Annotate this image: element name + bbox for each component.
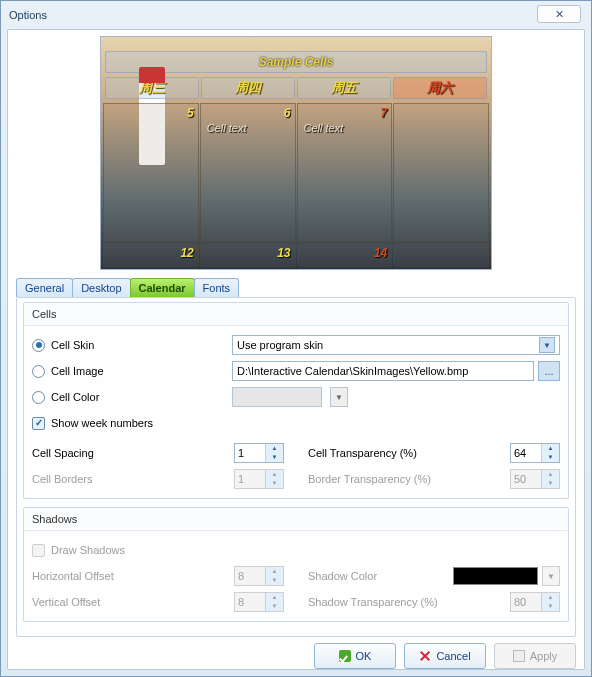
chevron-up-icon: ▲: [266, 593, 283, 602]
chevron-down-icon: ▼: [539, 337, 555, 353]
chevron-up-icon: ▲: [542, 444, 559, 453]
tab-fonts[interactable]: Fonts: [194, 278, 240, 297]
label-border-trans: Border Transparency (%): [308, 473, 431, 485]
input-cell-image[interactable]: [232, 361, 534, 381]
close-button[interactable]: ✕: [537, 5, 581, 23]
tab-general[interactable]: General: [16, 278, 73, 297]
check-icon: [339, 650, 351, 662]
ok-button[interactable]: OK: [314, 643, 396, 669]
label-hoffset: Horizontal Offset: [32, 570, 114, 582]
label-strans: Shadow Transparency (%): [308, 596, 438, 608]
radio-cell-skin[interactable]: [32, 339, 45, 352]
content-area: Sample Cells 周三 周四 周五 周六 5 6Cell text 7C…: [7, 29, 585, 670]
options-window: Options ✕ Sample Cells 周三 周四 周五 周六 5 6Ce…: [0, 0, 592, 677]
spinner-hoffset: ▲▼: [234, 566, 284, 586]
apply-button: Apply: [494, 643, 576, 669]
preview-cell: 7Cell text: [297, 103, 393, 242]
spinner-strans: ▲▼: [510, 592, 560, 612]
row-hoffset: Horizontal Offset ▲▼: [32, 563, 284, 589]
shadow-color-dropdown: ▼: [542, 566, 560, 586]
label-scolor: Shadow Color: [308, 570, 377, 582]
row-cell-color: Cell Color ▼: [32, 384, 560, 410]
chevron-down-icon: ▼: [266, 479, 283, 488]
checkbox-weeknum[interactable]: [32, 417, 45, 430]
preview-grid: 5 6Cell text 7Cell text 7Cell text 12 13…: [103, 103, 489, 267]
spinner-border-trans: ▲▼: [510, 469, 560, 489]
chevron-down-icon: ▼: [542, 602, 559, 611]
spinner-transparency-input[interactable]: [511, 444, 541, 462]
preview-header-cell: 周六: [393, 77, 487, 99]
row-strans: Shadow Transparency (%) ▲▼: [308, 589, 560, 615]
shadows-group-body: Draw Shadows Horizontal Offset ▲▼: [24, 531, 568, 621]
row-draw-shadows: Draw Shadows: [32, 537, 560, 563]
cells-group-body: Cell Skin Use program skin ▼ Cell: [24, 326, 568, 498]
label-borders: Cell Borders: [32, 473, 93, 485]
color-dropdown[interactable]: ▼: [330, 387, 348, 407]
shadows-group-title: Shadows: [24, 508, 568, 531]
spinner-voffset: ▲▼: [234, 592, 284, 612]
radio-cell-image[interactable]: [32, 365, 45, 378]
preview-cell: [393, 243, 489, 267]
shadows-group: Shadows Draw Shadows Horizontal Offset: [23, 507, 569, 622]
row-spacing: Cell Spacing ▲▼: [32, 440, 284, 466]
chevron-up-icon: ▲: [266, 444, 283, 453]
checkbox-draw-shadows: [32, 544, 45, 557]
preview-cell: 12: [103, 243, 199, 267]
tab-desktop[interactable]: Desktop: [72, 278, 130, 297]
preview-cell: [393, 103, 489, 242]
spinner-borders-input: [235, 470, 265, 488]
row-cell-skin: Cell Skin Use program skin ▼: [32, 332, 560, 358]
row-voffset: Vertical Offset ▲▼: [32, 589, 284, 615]
close-icon: ✕: [555, 8, 564, 21]
select-cell-skin[interactable]: Use program skin ▼: [232, 335, 560, 355]
spinner-spacing-input[interactable]: [235, 444, 265, 462]
chevron-down-icon: ▼: [266, 602, 283, 611]
color-swatch-cell[interactable]: [232, 387, 322, 407]
label-voffset: Vertical Offset: [32, 596, 100, 608]
label-weeknum: Show week numbers: [51, 417, 153, 429]
radio-cell-color[interactable]: [32, 391, 45, 404]
spinner-transparency[interactable]: ▲▼: [510, 443, 560, 463]
cells-group-title: Cells: [24, 303, 568, 326]
chevron-up-icon: ▲: [542, 470, 559, 479]
cancel-button[interactable]: Cancel: [404, 643, 486, 669]
label-spacing: Cell Spacing: [32, 447, 94, 459]
cancel-label: Cancel: [436, 650, 470, 662]
chevron-up-icon: ▲: [266, 567, 283, 576]
row-weeknum: Show week numbers: [32, 410, 560, 436]
window-title: Options: [9, 9, 47, 21]
chevron-down-icon: ▼: [542, 479, 559, 488]
browse-button[interactable]: ...: [538, 361, 560, 381]
label-cell-color: Cell Color: [51, 391, 99, 403]
button-row: OK Cancel Apply: [16, 643, 576, 669]
tab-strip: General Desktop Calendar Fonts: [16, 278, 576, 297]
apply-icon: [513, 650, 525, 662]
titlebar: Options ✕: [1, 1, 591, 29]
preview-header-cell: 周三: [105, 77, 199, 99]
chevron-down-icon: ▼: [266, 576, 283, 585]
select-cell-skin-value: Use program skin: [237, 339, 323, 351]
spinner-spacing[interactable]: ▲▼: [234, 443, 284, 463]
preview-panel: Sample Cells 周三 周四 周五 周六 5 6Cell text 7C…: [100, 36, 492, 270]
label-cell-image: Cell Image: [51, 365, 104, 377]
row-transparency: Cell Transparency (%) ▲▼: [308, 440, 560, 466]
label-cell-skin: Cell Skin: [51, 339, 94, 351]
preview-header-row: 周三 周四 周五 周六: [105, 77, 487, 99]
chevron-down-icon: ▼: [542, 453, 559, 462]
chevron-down-icon: ▼: [266, 453, 283, 462]
preview-cell: 14: [297, 243, 393, 267]
tab-calendar[interactable]: Calendar: [130, 278, 195, 297]
spinner-strans-input: [511, 593, 541, 611]
cells-group: Cells Cell Skin Use program skin ▼: [23, 302, 569, 499]
preview-cell: 5: [103, 103, 199, 242]
preview-title-band: Sample Cells: [105, 51, 487, 73]
spinner-border-trans-input: [511, 470, 541, 488]
row-cell-image: Cell Image ...: [32, 358, 560, 384]
ok-label: OK: [356, 650, 372, 662]
label-draw-shadows: Draw Shadows: [51, 544, 125, 556]
preview-title: Sample Cells: [259, 55, 334, 69]
preview-header-cell: 周四: [201, 77, 295, 99]
row-scolor: Shadow Color ▼: [308, 563, 560, 589]
spinner-hoffset-input: [235, 567, 265, 585]
chevron-up-icon: ▲: [542, 593, 559, 602]
